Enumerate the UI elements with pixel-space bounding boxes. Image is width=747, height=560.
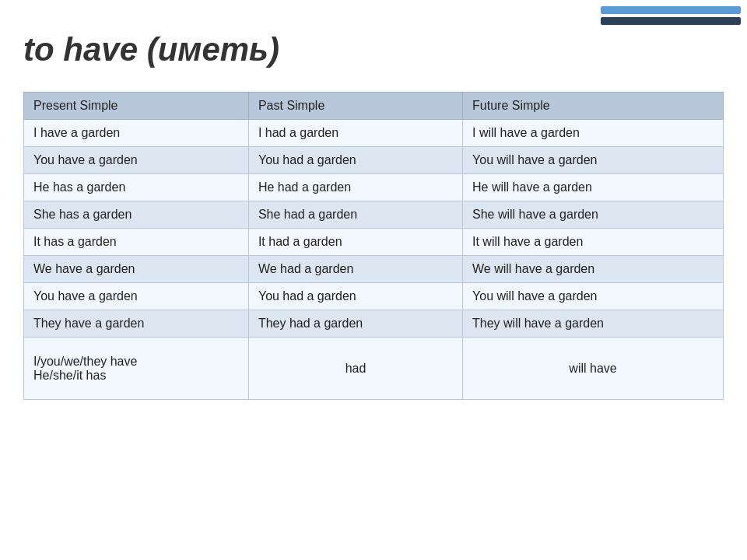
header-past: Past Simple: [248, 93, 462, 120]
table-cell: She will have a garden: [463, 201, 724, 229]
table-cell: I had a garden: [248, 120, 462, 147]
table-row: He has a gardenHe had a gardenHe will ha…: [24, 174, 724, 201]
table-cell: She had a garden: [248, 201, 462, 229]
table-cell: You had a garden: [248, 147, 462, 174]
table-row: It has a gardenIt had a gardenIt will ha…: [24, 229, 724, 256]
table-cell: You will have a garden: [463, 147, 724, 174]
table-cell: You will have a garden: [463, 283, 724, 310]
header-future: Future Simple: [463, 93, 724, 120]
table-row: I have a gardenI had a gardenI will have…: [24, 120, 724, 147]
summary-cell-past: had: [248, 338, 462, 400]
table-cell: You have a garden: [24, 147, 249, 174]
table-row: They have a gardenThey had a gardenThey …: [24, 310, 724, 338]
table-cell: He will have a garden: [463, 174, 724, 201]
table-cell: She has a garden: [24, 201, 249, 229]
table-cell: We have a garden: [24, 256, 249, 283]
table-cell: It had a garden: [248, 229, 462, 256]
table-cell: I will have a garden: [463, 120, 724, 147]
summary-cell-future: will have: [463, 338, 724, 400]
table-row: You have a gardenYou had a gardenYou wil…: [24, 147, 724, 174]
table-cell: It has a garden: [24, 229, 249, 256]
page-title: to have (иметь): [23, 31, 724, 68]
decorative-bars: [594, 0, 747, 31]
table-row: We have a gardenWe had a gardenWe will h…: [24, 256, 724, 283]
conjugation-table: Present Simple Past Simple Future Simple…: [23, 92, 724, 400]
bar-dark: [601, 17, 741, 25]
header-present: Present Simple: [24, 93, 249, 120]
table-cell: He has a garden: [24, 174, 249, 201]
table-cell: It will have a garden: [463, 229, 724, 256]
table-cell: They had a garden: [248, 310, 462, 338]
bar-blue: [601, 6, 741, 14]
summary-cell-present: I/you/we/they haveHe/she/it has: [24, 338, 249, 400]
table-cell: We will have a garden: [463, 256, 724, 283]
summary-row: I/you/we/they haveHe/she/it hashadwill h…: [24, 338, 724, 400]
table-row: She has a gardenShe had a gardenShe will…: [24, 201, 724, 229]
page-content: to have (иметь) Present Simple Past Simp…: [0, 0, 747, 423]
table-cell: They have a garden: [24, 310, 249, 338]
table-cell: They will have a garden: [463, 310, 724, 338]
table-cell: We had a garden: [248, 256, 462, 283]
table-cell: You had a garden: [248, 283, 462, 310]
table-cell: You have a garden: [24, 283, 249, 310]
table-cell: I have a garden: [24, 120, 249, 147]
table-cell: He had a garden: [248, 174, 462, 201]
table-row: You have a gardenYou had a gardenYou wil…: [24, 283, 724, 310]
table-header-row: Present Simple Past Simple Future Simple: [24, 93, 724, 120]
